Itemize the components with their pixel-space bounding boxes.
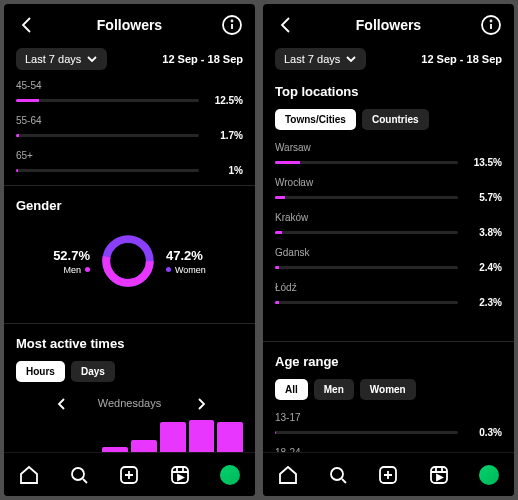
nav-home-icon[interactable] bbox=[277, 464, 299, 486]
dot-women bbox=[166, 267, 171, 272]
bar-track bbox=[16, 169, 199, 172]
header: Followers bbox=[263, 4, 514, 44]
bar-pct: 3.8% bbox=[468, 227, 502, 238]
nav-search-icon[interactable] bbox=[68, 464, 90, 486]
bar-row: 65+ 1% bbox=[16, 150, 243, 176]
nav-home-icon[interactable] bbox=[18, 464, 40, 486]
screen-followers-1: Followers Last 7 days 12 Sep - 18 Sep 45… bbox=[4, 4, 255, 496]
content-scroll[interactable]: Top locations Towns/CitiesCountries Wars… bbox=[263, 80, 514, 496]
back-icon[interactable] bbox=[16, 14, 38, 36]
day-label: Wednesdays bbox=[98, 397, 161, 409]
bar-label: 13-17 bbox=[275, 412, 502, 423]
bottom-nav bbox=[4, 452, 255, 496]
period-label: Last 7 days bbox=[284, 53, 340, 65]
tab-women[interactable]: Women bbox=[360, 379, 416, 400]
bar-pct: 0.3% bbox=[468, 427, 502, 438]
bar-pct: 2.3% bbox=[468, 297, 502, 308]
bar-label: 45-54 bbox=[16, 80, 243, 91]
back-icon[interactable] bbox=[275, 14, 297, 36]
bar-track bbox=[275, 196, 458, 199]
nav-search-icon[interactable] bbox=[327, 464, 349, 486]
page-title: Followers bbox=[297, 17, 480, 33]
bar-label: Warsaw bbox=[275, 142, 502, 153]
bar-label: 55-64 bbox=[16, 115, 243, 126]
nav-profile-icon[interactable] bbox=[219, 464, 241, 486]
nav-reels-icon[interactable] bbox=[428, 464, 450, 486]
age-title: Age range bbox=[275, 354, 502, 369]
bar-track bbox=[275, 231, 458, 234]
prev-day-icon[interactable] bbox=[52, 394, 68, 412]
bar-label: Gdansk bbox=[275, 247, 502, 258]
divider bbox=[4, 323, 255, 324]
gender-section: Gender 52.7% Men 47.2% Women bbox=[16, 198, 243, 313]
bar-pct: 1.7% bbox=[209, 130, 243, 141]
bar-track bbox=[275, 301, 458, 304]
tab-days[interactable]: Days bbox=[71, 361, 115, 382]
subheader: Last 7 days 12 Sep - 18 Sep bbox=[263, 44, 514, 80]
bar-row: Warsaw 13.5% bbox=[275, 142, 502, 168]
screen-followers-2: Followers Last 7 days 12 Sep - 18 Sep To… bbox=[263, 4, 514, 496]
page-title: Followers bbox=[38, 17, 221, 33]
info-icon[interactable] bbox=[480, 14, 502, 36]
chevron-down-icon bbox=[345, 53, 357, 65]
nav-create-icon[interactable] bbox=[377, 464, 399, 486]
date-range: 12 Sep - 18 Sep bbox=[162, 53, 243, 65]
subheader: Last 7 days 12 Sep - 18 Sep bbox=[4, 44, 255, 80]
tab-men[interactable]: Men bbox=[314, 379, 354, 400]
gender-men: 52.7% Men bbox=[53, 248, 90, 275]
bar-row: 45-54 12.5% bbox=[16, 80, 243, 106]
bottom-nav bbox=[263, 452, 514, 496]
dot-men bbox=[85, 267, 90, 272]
bar-pct: 1% bbox=[209, 165, 243, 176]
period-dropdown[interactable]: Last 7 days bbox=[16, 48, 107, 70]
bar-track bbox=[275, 431, 458, 434]
tab-countries[interactable]: Countries bbox=[362, 109, 429, 130]
next-day-icon[interactable] bbox=[191, 394, 207, 412]
gender-title: Gender bbox=[16, 198, 243, 213]
locations-title: Top locations bbox=[275, 84, 502, 99]
bar-track bbox=[16, 99, 199, 102]
header: Followers bbox=[4, 4, 255, 44]
bar-row: Łódź 2.3% bbox=[275, 282, 502, 308]
bar-label: 65+ bbox=[16, 150, 243, 161]
chevron-down-icon bbox=[86, 53, 98, 65]
gender-donut-chart bbox=[100, 233, 156, 289]
nav-reels-icon[interactable] bbox=[169, 464, 191, 486]
period-label: Last 7 days bbox=[25, 53, 81, 65]
nav-create-icon[interactable] bbox=[118, 464, 140, 486]
active-title: Most active times bbox=[16, 336, 243, 351]
bar-row: Kraków 3.8% bbox=[275, 212, 502, 238]
tab-hours[interactable]: Hours bbox=[16, 361, 65, 382]
bar-pct: 13.5% bbox=[468, 157, 502, 168]
bar-track bbox=[16, 134, 199, 137]
gender-women: 47.2% Women bbox=[166, 248, 206, 275]
bar-pct: 2.4% bbox=[468, 262, 502, 273]
date-range: 12 Sep - 18 Sep bbox=[421, 53, 502, 65]
tab-townscities[interactable]: Towns/Cities bbox=[275, 109, 356, 130]
locations-section: Top locations Towns/CitiesCountries Wars… bbox=[275, 84, 502, 331]
day-nav: Wednesdays bbox=[16, 394, 243, 412]
content-scroll[interactable]: 45-54 12.5% 55-64 1.7% 65+ 1% Gender 52.… bbox=[4, 80, 255, 496]
bar-row: 13-17 0.3% bbox=[275, 412, 502, 438]
bar-row: Gdansk 2.4% bbox=[275, 247, 502, 273]
info-icon[interactable] bbox=[221, 14, 243, 36]
bar-row: Wrocław 5.7% bbox=[275, 177, 502, 203]
bar-label: Kraków bbox=[275, 212, 502, 223]
tab-all[interactable]: All bbox=[275, 379, 308, 400]
bar-pct: 5.7% bbox=[468, 192, 502, 203]
bar-track bbox=[275, 161, 458, 164]
nav-profile-icon[interactable] bbox=[478, 464, 500, 486]
divider bbox=[263, 341, 514, 342]
bar-label: Łódź bbox=[275, 282, 502, 293]
bar-label: Wrocław bbox=[275, 177, 502, 188]
divider bbox=[4, 185, 255, 186]
period-dropdown[interactable]: Last 7 days bbox=[275, 48, 366, 70]
bar-row: 55-64 1.7% bbox=[16, 115, 243, 141]
bar-track bbox=[275, 266, 458, 269]
bar-pct: 12.5% bbox=[209, 95, 243, 106]
